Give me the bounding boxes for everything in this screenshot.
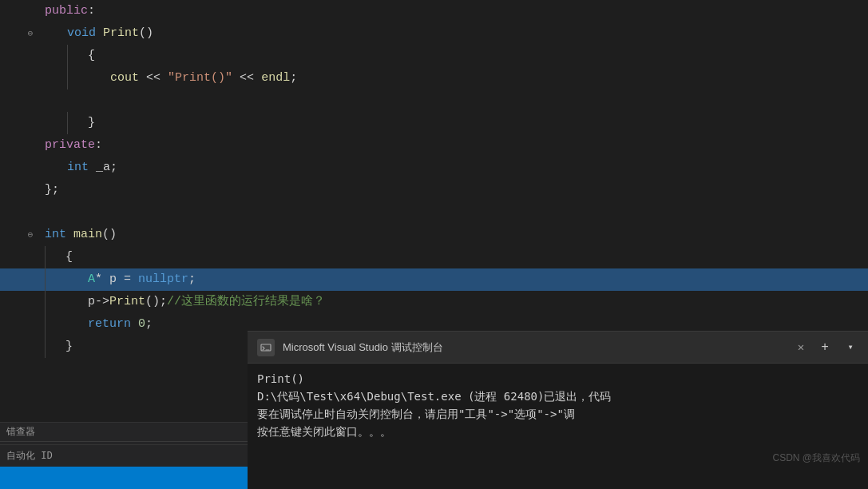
- gutter-10: [6, 206, 45, 219]
- gutter-9: [6, 184, 45, 197]
- error-panel-title: 错查器: [6, 425, 35, 439]
- gutter-8: [6, 161, 45, 174]
- terminal-close-button[interactable]: ✕: [795, 341, 807, 354]
- line-14: p-> Print (); //这里函数的运行结果是啥？: [0, 291, 868, 313]
- gutter-15: [6, 318, 45, 331]
- gutter-13: [6, 273, 45, 286]
- code-lines: public: ⊖ void Print() {: [0, 0, 868, 358]
- gutter-14: [6, 296, 45, 308]
- terminal-chevron-button[interactable]: ▾: [842, 338, 858, 357]
- gutter-6: [6, 117, 45, 129]
- line-9: };: [0, 179, 868, 201]
- error-panel-title-row: 错查器: [0, 423, 248, 442]
- terminal-window: Microsoft Visual Studio 调试控制台 ✕ + ▾ Prin…: [248, 331, 868, 489]
- line-11: ⊖ int main (): [0, 224, 868, 246]
- gutter-5: [6, 94, 45, 107]
- terminal-new-tab-button[interactable]: +: [815, 338, 834, 357]
- gutter-12: [6, 251, 45, 264]
- auto-panel-label: 自动化 ID: [6, 449, 53, 463]
- line-7: private:: [0, 134, 868, 157]
- line-3: {: [0, 45, 868, 67]
- line-13: A * p = nullptr ;: [0, 268, 868, 291]
- gutter-16: [6, 340, 45, 353]
- terminal-title: Microsoft Visual Studio 调试控制台: [283, 340, 787, 355]
- terminal-output-2: D:\代码\Test\x64\Debug\Test.exe (进程 62480)…: [257, 388, 858, 405]
- line-10: [0, 201, 868, 224]
- terminal-body: Print() D:\代码\Test\x64\Debug\Test.exe (进…: [248, 364, 868, 489]
- line-8: int _a;: [0, 157, 868, 179]
- terminal-app-icon: [257, 339, 275, 356]
- gutter-11: ⊖: [6, 229, 45, 241]
- csdn-watermark: CSDN @我喜欢代码: [772, 451, 860, 465]
- line-12: {: [0, 246, 868, 268]
- terminal-output-1: Print(): [257, 370, 858, 388]
- terminal-output-3: 要在调试停止时自动关闭控制台，请启用"工具"->"选项"->"调: [257, 405, 858, 423]
- gutter-4: [6, 72, 45, 85]
- line-6: }: [0, 112, 868, 134]
- line-5: [0, 89, 868, 112]
- terminal-output-4: 按任意键关闭此窗口。。。: [257, 423, 858, 440]
- line-1: public:: [0, 0, 868, 22]
- line-4: cout << "Print()" << endl ;: [0, 67, 868, 89]
- line-2: ⊖ void Print(): [0, 22, 868, 45]
- code-editor: public: ⊖ void Print() {: [0, 0, 868, 376]
- bottom-auto-panel: 自动化 ID: [0, 444, 248, 467]
- gutter-2: ⊖: [6, 27, 45, 40]
- terminal-titlebar: Microsoft Visual Studio 调试控制台 ✕ + ▾: [248, 332, 868, 364]
- gutter-3: [6, 50, 45, 62]
- gutter-7: [6, 139, 45, 152]
- gutter-1: [6, 5, 45, 18]
